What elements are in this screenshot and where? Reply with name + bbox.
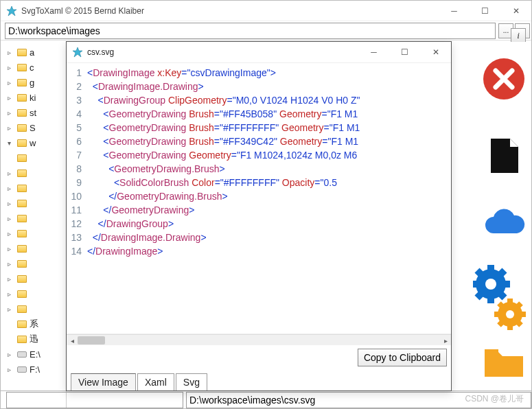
twisty-icon[interactable]: ▹ bbox=[8, 290, 14, 298]
preview-cloud-icon[interactable] bbox=[479, 198, 529, 248]
drop-zone[interactable] bbox=[6, 392, 183, 408]
minimize-button[interactable]: ─ bbox=[439, 1, 470, 21]
tree-row[interactable]: ▹ bbox=[8, 226, 66, 241]
code-titlebar[interactable]: csv.svg ─ ☐ ✕ bbox=[67, 42, 451, 62]
code-line[interactable]: <DrawingImage.Drawing> bbox=[87, 80, 451, 93]
child-close-button[interactable]: ✕ bbox=[420, 42, 451, 62]
tree-label: F:\ bbox=[30, 364, 40, 375]
twisty-icon[interactable]: ▹ bbox=[8, 305, 14, 313]
twisty-icon[interactable]: ▹ bbox=[8, 185, 14, 192]
svg-point-3 bbox=[485, 279, 496, 290]
close-button[interactable]: ✕ bbox=[500, 1, 531, 21]
tree-row[interactable]: ▹ bbox=[8, 211, 66, 226]
twisty-icon[interactable]: ▹ bbox=[8, 109, 14, 117]
tree-row[interactable]: ▹E:\ bbox=[8, 347, 66, 362]
twisty-icon[interactable]: ▹ bbox=[8, 215, 14, 222]
code-line[interactable]: <GeometryDrawing.Brush> bbox=[87, 162, 451, 176]
twisty-icon[interactable]: ▹ bbox=[8, 260, 14, 268]
tab-xaml[interactable]: Xaml bbox=[137, 373, 174, 390]
tree-row[interactable]: ▹ bbox=[8, 256, 66, 271]
twisty-icon[interactable]: ▹ bbox=[8, 49, 14, 56]
tree-label: ki bbox=[30, 93, 36, 103]
code-line[interactable]: <DrawingGroup ClipGeometry="M0,0 V1024 H… bbox=[87, 93, 451, 107]
twisty-icon[interactable]: ▹ bbox=[8, 366, 14, 373]
svg-line-8 bbox=[477, 270, 482, 275]
tree-row[interactable]: ▾w bbox=[8, 135, 66, 150]
folder-tree[interactable]: ▹a▹c▹g▹ki▹st▹S▾w▹▹▹▹▹▹▹▹▹▹系迅▹E:\▹F:\ bbox=[1, 42, 67, 408]
tree-row[interactable]: ▹F:\ bbox=[8, 362, 66, 377]
tree-row[interactable]: ▹ bbox=[8, 241, 66, 256]
scroll-left-icon[interactable]: ◂ bbox=[67, 335, 78, 346]
tab-svg[interactable]: Svg bbox=[176, 373, 207, 390]
preview-file-icon[interactable] bbox=[479, 131, 529, 180]
twisty-icon[interactable]: ▹ bbox=[8, 351, 14, 358]
code-window: csv.svg ─ ☐ ✕ 1234567891011121314 <Drawi… bbox=[66, 41, 452, 391]
folder-icon bbox=[17, 154, 27, 162]
code-area[interactable]: 1234567891011121314 <DrawingImage x:Key=… bbox=[67, 62, 451, 334]
tree-row[interactable]: ▹st bbox=[8, 105, 66, 120]
tree-label: c bbox=[30, 62, 34, 73]
tree-row[interactable]: 迅 bbox=[8, 331, 66, 347]
twisty-icon[interactable]: ▹ bbox=[8, 170, 14, 177]
tree-row[interactable]: ▹ki bbox=[8, 90, 66, 105]
scroll-right-icon[interactable]: ▸ bbox=[440, 335, 451, 346]
path-input[interactable] bbox=[5, 23, 496, 39]
svg-line-20 bbox=[499, 322, 502, 325]
folder-icon bbox=[17, 185, 27, 192]
code-line[interactable]: <GeometryDrawing Brush="#FF349C42" Geome… bbox=[87, 135, 451, 148]
tree-row[interactable]: 系 bbox=[8, 316, 66, 331]
tree-label: g bbox=[30, 78, 34, 88]
code-line[interactable]: </GeometryDrawing> bbox=[87, 203, 451, 217]
folder-icon bbox=[17, 275, 27, 283]
drive-icon bbox=[17, 351, 27, 358]
twisty-icon[interactable]: ▹ bbox=[8, 200, 14, 207]
tree-row[interactable]: ▹ bbox=[8, 286, 66, 301]
twisty-icon[interactable]: ▹ bbox=[8, 124, 14, 132]
tree-row[interactable]: ▹S bbox=[8, 120, 66, 135]
child-minimize-button[interactable]: ─ bbox=[358, 42, 389, 62]
twisty-icon[interactable]: ▹ bbox=[8, 79, 14, 86]
tree-row[interactable]: ▹c bbox=[8, 60, 66, 75]
preview-gear-icon[interactable] bbox=[472, 261, 529, 337]
watermark: CSDN @卷儿哥 bbox=[465, 393, 524, 405]
twisty-icon[interactable]: ▹ bbox=[8, 230, 14, 237]
code-line[interactable]: <GeometryDrawing Brush="#FF45B058" Geome… bbox=[87, 107, 451, 121]
twisty-icon[interactable]: ▹ bbox=[8, 245, 14, 253]
folder-icon bbox=[17, 336, 27, 343]
code-line[interactable]: </DrawingImage> bbox=[87, 244, 451, 258]
code-line[interactable]: </GeometryDrawing.Brush> bbox=[87, 189, 451, 203]
code-lines[interactable]: <DrawingImage x:Key="csvDrawingImage"> <… bbox=[86, 63, 451, 334]
code-line[interactable]: </DrawingGroup> bbox=[87, 217, 451, 231]
svg-line-11 bbox=[500, 293, 505, 298]
horizontal-scrollbar[interactable]: ◂ ▸ bbox=[67, 334, 451, 345]
scroll-thumb[interactable] bbox=[78, 336, 105, 344]
child-maximize-button[interactable]: ☐ bbox=[389, 42, 420, 62]
code-line[interactable]: <DrawingImage x:Key="csvDrawingImage"> bbox=[87, 66, 451, 80]
tree-row[interactable]: ▹g bbox=[8, 75, 66, 90]
tree-row[interactable]: ▹ bbox=[8, 271, 66, 286]
tree-row[interactable]: ▹ bbox=[8, 301, 66, 316]
preview-folder-icon[interactable] bbox=[479, 337, 529, 386]
code-line[interactable]: </DrawingImage.Drawing> bbox=[87, 231, 451, 244]
maximize-button[interactable]: ☐ bbox=[470, 1, 500, 21]
code-line[interactable]: <SolidColorBrush Color="#FFFFFFFF" Opaci… bbox=[87, 176, 451, 189]
preview-close-icon[interactable] bbox=[479, 54, 529, 104]
code-line[interactable]: <GeometryDrawing Geometry="F1 M1024,1024… bbox=[87, 148, 451, 162]
tree-row[interactable] bbox=[8, 150, 66, 165]
code-line[interactable]: <GeometryDrawing Brush="#FFFFFFFF" Geome… bbox=[87, 121, 451, 135]
svg-line-19 bbox=[518, 303, 521, 307]
info-button[interactable]: i bbox=[511, 28, 526, 43]
tree-row[interactable]: ▹ bbox=[8, 180, 66, 196]
twisty-icon[interactable]: ▹ bbox=[8, 94, 14, 102]
tree-label: st bbox=[30, 108, 36, 118]
twisty-icon[interactable]: ▹ bbox=[8, 64, 14, 71]
tab-view-image[interactable]: View Image bbox=[71, 373, 136, 390]
twisty-icon[interactable]: ▹ bbox=[8, 275, 14, 283]
svg-marker-27 bbox=[73, 47, 82, 57]
tree-row[interactable]: ▹a bbox=[8, 45, 66, 60]
copy-to-clipboard-button[interactable]: Copy to Clipboard bbox=[358, 349, 447, 366]
folder-icon bbox=[17, 109, 27, 117]
tree-row[interactable]: ▹ bbox=[8, 196, 66, 211]
twisty-icon[interactable]: ▾ bbox=[8, 139, 14, 147]
tree-row[interactable]: ▹ bbox=[8, 165, 66, 180]
